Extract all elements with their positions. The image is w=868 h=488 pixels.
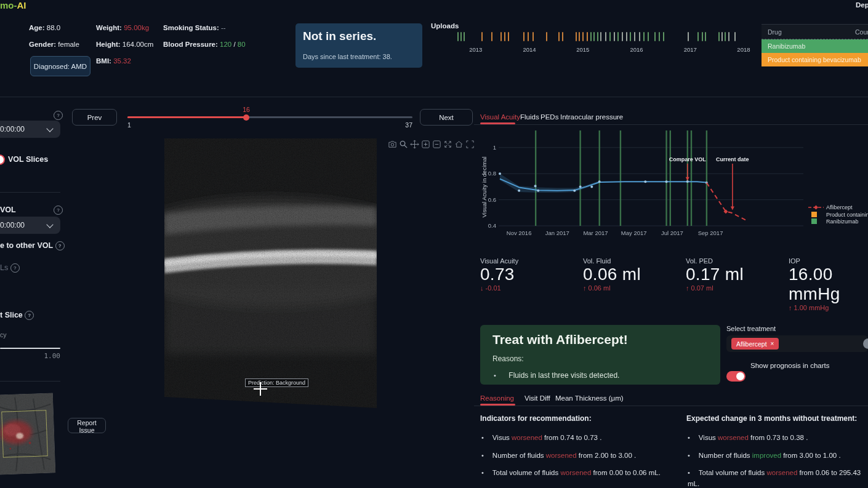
svg-text:0.6: 0.6 xyxy=(488,196,496,203)
chip-remove-icon[interactable]: × xyxy=(771,340,774,347)
help-icon[interactable]: ? xyxy=(54,111,63,120)
corner-text: Deple xyxy=(856,1,868,9)
series-status-subtitle: Days since last treatment: 38. xyxy=(303,53,392,60)
svg-text:1: 1 xyxy=(493,144,496,151)
expected-change-item: •Number of fluids improved from 3.00 to … xyxy=(688,449,841,460)
diagnosed-badge: Diagnosed: AMD xyxy=(30,56,90,76)
svg-text:Ranibizumab: Ranibizumab xyxy=(826,218,859,225)
count-column-header: Coun xyxy=(855,28,868,36)
svg-text:Mar 2017: Mar 2017 xyxy=(583,230,608,236)
next-slice-button[interactable]: Next xyxy=(420,109,473,126)
svg-text:Product containing bevac: Product containing bevac xyxy=(826,212,868,218)
metric-vol-ped: Vol. PED 0.17 ml ↑ 0.07 ml xyxy=(686,257,744,292)
indicator-item: •Total volume of fluids worsened from 0.… xyxy=(481,466,661,478)
zoom-icon[interactable] xyxy=(399,140,408,149)
patient-smoking: Smoking Status: -- xyxy=(163,24,226,31)
tab-peds[interactable]: PEDs xyxy=(540,113,558,121)
app-root: mo-AI Diagnosed: AMD Age: 88.0 Gender: f… xyxy=(0,0,868,488)
vol-slices-toggle[interactable] xyxy=(0,154,5,165)
upload-year-label: 2018 xyxy=(737,46,750,53)
upload-year-label: 2017 xyxy=(684,46,697,53)
tab-visit-diff[interactable]: Visit Diff xyxy=(524,394,550,402)
crosshair-cursor xyxy=(254,388,267,390)
metric-delta: ↓ -0.01 xyxy=(480,284,518,292)
help-icon[interactable]: ? xyxy=(54,206,63,215)
upload-year-label: 2013 xyxy=(469,46,482,53)
slice-current-value: 16 xyxy=(243,106,250,113)
sidebar-divider xyxy=(0,381,60,382)
metric-iop: IOP 16.00 mmHg ↑ 1.00 mmHg xyxy=(789,257,868,311)
tab-reasoning[interactable]: Reasoning xyxy=(480,394,514,402)
slice-slider[interactable]: 16 1 37 xyxy=(127,116,412,118)
uploads-years: 201320142015201620172018 xyxy=(456,31,757,55)
svg-text:Sep 2017: Sep 2017 xyxy=(698,230,723,236)
series-status-card: Not in series. Days since last treatment… xyxy=(295,23,422,68)
recommendation-title: Treat with Aflibercept! xyxy=(492,332,628,347)
home-icon[interactable] xyxy=(454,140,464,149)
camera-icon[interactable] xyxy=(388,140,397,149)
svg-text:0.4: 0.4 xyxy=(488,222,496,229)
visual-acuity-plot[interactable]: 0.40.60.81Nov 2016Jan 2017Mar 2017May 20… xyxy=(480,128,868,245)
current-slice-label: t Slice ? xyxy=(0,311,34,320)
fullscreen-icon[interactable] xyxy=(465,140,475,149)
treatment-chip[interactable]: Aflibercept × xyxy=(731,338,779,350)
show-prognosis-toggle[interactable] xyxy=(726,371,745,382)
transparency-value: 1.00 xyxy=(0,352,60,360)
help-icon[interactable]: ? xyxy=(10,263,20,273)
svg-text:May 2017: May 2017 xyxy=(621,230,647,236)
expected-change-item: •Visus worsened from 0.73 to 0.38 . xyxy=(688,431,808,442)
tabs-divider xyxy=(474,406,868,406)
image-toolbar xyxy=(388,140,475,149)
autoscale-icon[interactable] xyxy=(443,140,452,149)
prev-slice-button[interactable]: Prev xyxy=(72,109,117,126)
prediction-tooltip: Prediction: Background xyxy=(245,378,308,387)
oct-bscan-image[interactable] xyxy=(164,138,377,412)
series-status-title: Not in series. xyxy=(303,30,376,43)
pan-icon[interactable] xyxy=(410,140,419,149)
help-icon[interactable]: ? xyxy=(55,241,65,250)
metric-delta: ↑ 0.06 ml xyxy=(583,284,641,292)
metric-vol-fluid: Vol. Fluid 0.06 ml ↑ 0.06 ml xyxy=(583,257,641,292)
transparency-slider[interactable] xyxy=(0,348,60,349)
svg-text:Nov 2016: Nov 2016 xyxy=(507,230,532,236)
vol-select-1[interactable]: 0:00:00 xyxy=(0,121,60,138)
fundus-thumbnail[interactable] xyxy=(0,393,55,474)
indicator-item: •Number of fluids worsened from 2.00 to … xyxy=(481,449,636,460)
tab-visual-acuity[interactable]: Visual Acuity xyxy=(480,113,520,121)
transparency-label: cy xyxy=(0,331,7,338)
treatment-select-input[interactable]: Aflibercept × xyxy=(726,335,868,352)
svg-text:Visual Acuity in decimal: Visual Acuity in decimal xyxy=(481,156,488,217)
indicators-heading: Indicators for recommendation: xyxy=(480,414,592,423)
patient-weight: Weight: 95.00kg xyxy=(96,24,149,31)
drug-legend-table: Drug Coun Ranibizumab Product containing… xyxy=(762,24,868,66)
drug-column-header: Drug xyxy=(762,28,782,36)
slice-slider-thumb[interactable] xyxy=(243,114,249,121)
help-icon[interactable]: ? xyxy=(25,311,34,320)
patient-gender: Gender: female xyxy=(29,41,79,48)
tab-fluids[interactable]: Fluids xyxy=(520,113,539,121)
metric-delta: ↑ 0.07 ml xyxy=(686,284,744,292)
upload-year-label: 2015 xyxy=(576,46,589,53)
tab-mean-thickness[interactable]: Mean Thickness (μm) xyxy=(555,394,624,402)
patient-blood-pressure: Blood Pressure: 120 / 80 xyxy=(163,41,246,48)
slice-slider-fill xyxy=(127,116,246,118)
tab-intraocular-pressure[interactable]: Intraocular pressure xyxy=(560,113,623,121)
compare-vol-label: VOL xyxy=(0,206,16,214)
report-issue-button[interactable]: Report Issue xyxy=(68,418,106,433)
metric-delta: ↑ 1.00 mmHg xyxy=(789,304,868,311)
patient-bmi: BMI: 35.32 xyxy=(96,57,131,65)
indicator-item: •Visus worsened from 0.74 to 0.73 . xyxy=(481,431,601,442)
uploads-timeline[interactable]: 201320142015201620172018 xyxy=(456,31,757,55)
select-treatment-label: Select treatment xyxy=(726,325,776,332)
chevron-down-icon xyxy=(46,221,53,228)
header-divider xyxy=(0,97,868,97)
clear-select-icon[interactable] xyxy=(863,338,868,349)
uploads-label: Uploads xyxy=(431,22,459,30)
drug-row-ranibizumab: Ranibizumab xyxy=(762,39,868,53)
vol-select-2[interactable]: 0:00:00 xyxy=(0,217,60,234)
visual-acuity-chart[interactable]: 0.40.60.81Nov 2016Jan 2017Mar 2017May 20… xyxy=(480,128,868,245)
svg-text:Aflibercept: Aflibercept xyxy=(826,204,853,210)
upload-year-label: 2014 xyxy=(523,46,536,53)
zoom-out-icon[interactable] xyxy=(432,140,441,149)
zoom-in-icon[interactable] xyxy=(421,140,430,149)
